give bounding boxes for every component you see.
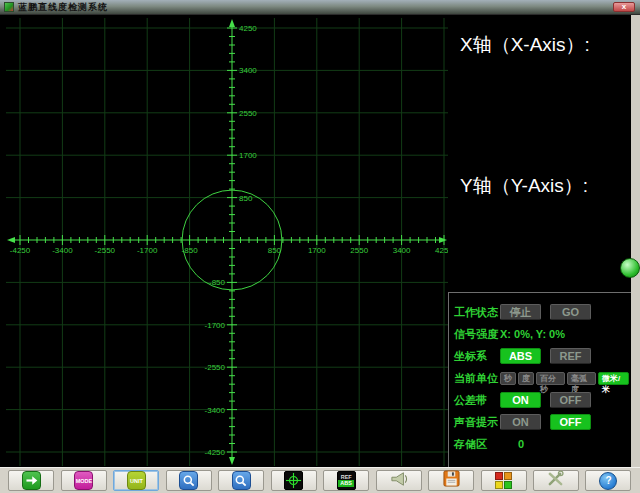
green-ball-widget[interactable] (620, 258, 640, 278)
save-button[interactable] (428, 470, 474, 491)
tolerance-off-button[interactable]: OFF (550, 392, 591, 408)
svg-text:-850: -850 (209, 278, 226, 287)
zoom-in-button[interactable] (166, 470, 212, 491)
svg-text:-2550: -2550 (95, 246, 116, 255)
svg-text:-1700: -1700 (205, 321, 226, 330)
svg-text:2550: 2550 (350, 246, 368, 255)
window-title: 蓝鹏直线度检测系统 (18, 1, 108, 14)
svg-text:4250: 4250 (239, 24, 257, 33)
exit-arrow-icon (22, 471, 41, 490)
exit-button[interactable] (8, 470, 54, 491)
sound-on-button[interactable]: ON (500, 414, 541, 430)
app-window: 蓝鹏直线度检测系统 x -4250-3400-2550-1700-8508501… (0, 0, 640, 493)
status-row-unit: 当前单位 秒 度 百分秒 毫弧度 微米/米 (450, 367, 631, 389)
close-button[interactable]: x (613, 2, 635, 12)
svg-text:3400: 3400 (239, 66, 257, 75)
color-grid-icon (495, 472, 512, 489)
signal-value: X: 0%, Y: 0% (500, 328, 565, 340)
ref-button[interactable]: REF (550, 348, 591, 364)
plot-area: -4250-3400-2550-1700-8508501700255034004… (6, 18, 448, 466)
help-button[interactable]: ? (585, 470, 631, 491)
app-icon (4, 2, 14, 12)
zoom-in-icon (179, 471, 198, 490)
right-border-strip (631, 15, 640, 467)
unit-option-arcsec[interactable]: 秒 (500, 372, 516, 385)
svg-text:-4250: -4250 (205, 448, 226, 457)
sound-horn-icon (390, 471, 408, 491)
storage-value: 0 (518, 438, 524, 450)
svg-text:-4250: -4250 (10, 246, 31, 255)
save-floppy-icon (443, 470, 460, 491)
storage-label: 存储区 (454, 437, 500, 452)
unit-option-centisec[interactable]: 百分秒 (536, 372, 565, 385)
plot-svg: -4250-3400-2550-1700-8508501700255034004… (6, 18, 448, 466)
go-button[interactable]: GO (550, 304, 591, 320)
unit-option-um-per-m[interactable]: 微米/米 (598, 372, 629, 385)
svg-text:2550: 2550 (239, 109, 257, 118)
unit-option-degree[interactable]: 度 (518, 372, 534, 385)
svg-text:-2550: -2550 (205, 363, 226, 372)
svg-text:-1700: -1700 (137, 246, 158, 255)
unit-label: 当前单位 (454, 371, 500, 386)
coord-label: 坐标系 (454, 349, 500, 364)
svg-text:4250: 4250 (435, 246, 448, 255)
status-row-signal: 信号强度 X: 0%, Y: 0% (450, 323, 631, 345)
status-row-work-state: 工作状态 停止 GO (450, 301, 631, 323)
client-area: -4250-3400-2550-1700-8508501700255034004… (0, 15, 640, 467)
tools-icon (547, 470, 564, 491)
abs-button[interactable]: ABS (500, 348, 541, 364)
unit-icon: UNIT (127, 471, 146, 490)
panel-vertical-divider (448, 292, 449, 467)
mode-icon: MODE (74, 471, 93, 490)
crosshair-icon (284, 471, 303, 490)
mode-button[interactable]: MODE (61, 470, 107, 491)
unit-button[interactable]: UNIT (113, 470, 159, 491)
readout-panel: X轴（X-Axis）: Y轴（Y-Axis）: 工作状态 停止 GO 信号强度 … (450, 18, 631, 467)
svg-text:1700: 1700 (308, 246, 326, 255)
status-row-sound: 声音提示 ON OFF (450, 411, 631, 433)
panel-horizontal-divider (448, 292, 632, 293)
work-state-label: 工作状态 (454, 305, 500, 320)
help-icon: ? (599, 472, 617, 490)
svg-text:-3400: -3400 (205, 406, 226, 415)
signal-label: 信号强度 (454, 327, 500, 342)
center-target-button[interactable] (271, 470, 317, 491)
titlebar: 蓝鹏直线度检测系统 x (0, 0, 640, 15)
sound-label: 声音提示 (454, 415, 500, 430)
svg-text:850: 850 (239, 194, 253, 203)
tolerance-on-button[interactable]: ON (500, 392, 541, 408)
sound-button[interactable] (376, 470, 422, 491)
zoom-out-button[interactable] (218, 470, 264, 491)
svg-text:-3400: -3400 (52, 246, 73, 255)
x-axis-readout: X轴（X-Axis）: (460, 32, 590, 58)
ref-abs-button[interactable]: REF ABS (323, 470, 369, 491)
status-row-storage: 存储区 0 (450, 433, 631, 455)
status-row-coord: 坐标系 ABS REF (450, 345, 631, 367)
ref-abs-icon: REF ABS (337, 471, 356, 490)
status-panel: 工作状态 停止 GO 信号强度 X: 0%, Y: 0% 坐标系 ABS REF… (450, 294, 631, 455)
display-button[interactable] (481, 470, 527, 491)
svg-text:1700: 1700 (239, 151, 257, 160)
y-axis-readout: Y轴（Y-Axis）: (460, 173, 588, 199)
unit-option-mrad[interactable]: 毫弧度 (567, 372, 596, 385)
svg-text:3400: 3400 (393, 246, 411, 255)
sound-off-button[interactable]: OFF (550, 414, 591, 430)
stop-button[interactable]: 停止 (500, 304, 541, 320)
zoom-out-icon (232, 471, 251, 490)
tolerance-label: 公差带 (454, 393, 500, 408)
settings-button[interactable] (533, 470, 579, 491)
bottom-toolbar: MODE UNIT REF ABS (0, 467, 640, 493)
